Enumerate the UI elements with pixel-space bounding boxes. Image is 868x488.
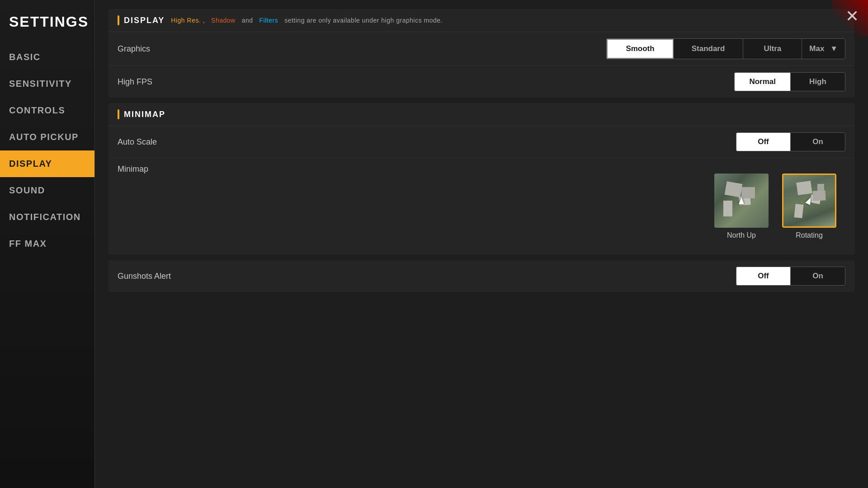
high-fps-normal-btn[interactable]: Normal [735, 73, 791, 91]
display-section-title: DISPLAY [124, 16, 165, 25]
graphics-label: Graphics [118, 44, 606, 54]
graphics-max-btn[interactable]: Max ▼ [802, 39, 845, 59]
auto-scale-off-btn[interactable]: Off [736, 133, 791, 151]
sidebar-item-ff-max[interactable]: FF MAX [0, 230, 94, 257]
graphics-row: Graphics Smooth Standard Ultra Max ▼ [108, 32, 854, 66]
minimap-north-up-label: North Up [727, 231, 756, 239]
gunshots-row: Gunshots Alert Off On [108, 260, 854, 292]
graphics-ultra-btn[interactable]: Ultra [743, 39, 802, 59]
display-section: DISPLAY High Res. , Shadow and Filters s… [108, 9, 854, 98]
gunshots-on-btn[interactable]: On [791, 267, 845, 285]
minimap-section: MINIMAP Auto Scale Off On Minimap [108, 103, 854, 255]
chevron-down-icon: ▼ [830, 44, 838, 53]
graphics-toggle-group: Smooth Standard Ultra Max ▼ [606, 38, 845, 59]
display-section-header: DISPLAY High Res. , Shadow and Filters s… [108, 9, 854, 32]
close-button[interactable]: ✕ [845, 7, 859, 26]
display-notice-suffix: setting are only available under high gr… [284, 17, 443, 24]
section-bar [118, 15, 119, 25]
display-notice-shadow: Shadow [211, 17, 236, 24]
gunshots-section: Gunshots Alert Off On [108, 260, 854, 292]
high-fps-row: High FPS Normal High [108, 66, 854, 98]
minimap-rotating-label: Rotating [796, 231, 823, 239]
auto-scale-row: Auto Scale Off On [108, 126, 854, 158]
sidebar-item-display[interactable]: DISPLAY [0, 150, 94, 177]
minimap-rotating-option[interactable]: Rotating [782, 174, 836, 239]
minimap-section-header: MINIMAP [108, 103, 854, 126]
minimap-style-row: Minimap Nor [108, 158, 854, 255]
minimap-rotating-img [783, 175, 835, 226]
high-fps-label: High FPS [118, 77, 734, 87]
graphics-standard-btn[interactable]: Standard [674, 39, 744, 59]
auto-scale-toggle-group: Off On [736, 132, 845, 151]
sidebar-item-notification[interactable]: NOTIFICATION [0, 204, 94, 230]
sidebar-item-sound[interactable]: SOUND [0, 177, 94, 204]
sidebar-item-controls[interactable]: CONTROLS [0, 97, 94, 124]
display-notice-and: and [242, 17, 253, 24]
sidebar-item-auto-pickup[interactable]: AUTO PICKUP [0, 124, 94, 150]
minimap-rotating-thumb [782, 174, 836, 228]
gunshots-toggle-group: Off On [736, 267, 845, 286]
high-fps-high-btn[interactable]: High [791, 73, 845, 91]
auto-scale-label: Auto Scale [118, 137, 736, 147]
sidebar-item-sensitivity[interactable]: SENSITIVITY [0, 70, 94, 97]
main-content: ✕ DISPLAY High Res. , Shadow and Filters… [95, 0, 868, 488]
auto-scale-on-btn[interactable]: On [791, 133, 845, 151]
graphics-smooth-btn[interactable]: Smooth [607, 39, 673, 59]
minimap-options: North Up [705, 164, 845, 249]
minimap-north-up-option[interactable]: North Up [714, 174, 769, 239]
settings-title: SETTINGS [0, 5, 94, 44]
gunshots-label: Gunshots Alert [118, 272, 736, 281]
minimap-north-up-thumb [714, 174, 769, 228]
sidebar-item-basic[interactable]: BASIC [0, 44, 94, 70]
gunshots-off-btn[interactable]: Off [736, 267, 791, 285]
minimap-style-label: Minimap [118, 164, 705, 174]
minimap-section-title: MINIMAP [124, 110, 165, 119]
high-fps-toggle-group: Normal High [734, 72, 845, 91]
display-notice-filters: Filters [259, 17, 278, 24]
minimap-north-up-img [714, 174, 769, 228]
display-notice-prefix: High Res. , [171, 17, 205, 24]
minimap-section-bar [118, 109, 119, 119]
sidebar: SETTINGS BASIC SENSITIVITY CONTROLS AUTO… [0, 0, 95, 488]
